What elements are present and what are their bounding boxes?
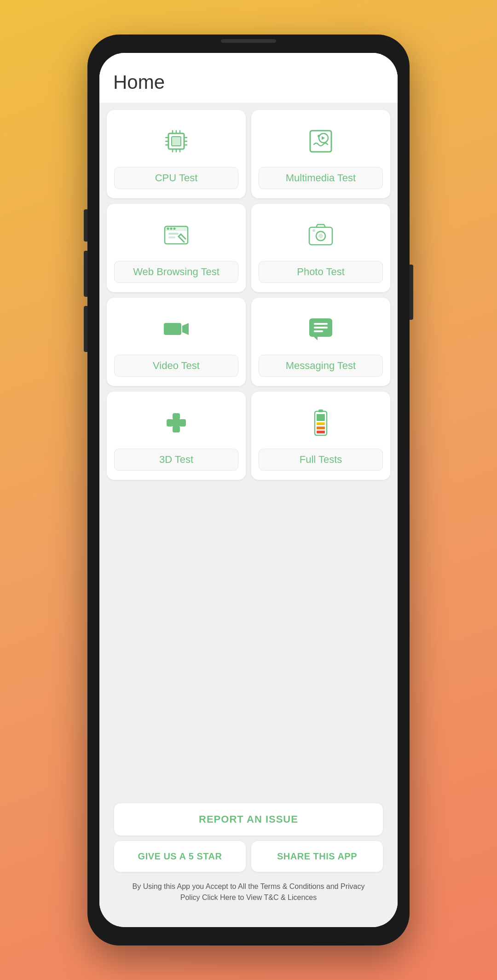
svg-rect-37 [173,419,180,427]
app-header: Home [99,53,398,103]
photo-test-label: Photo Test [297,266,345,277]
video-test-card[interactable]: Video Test [107,298,246,386]
svg-rect-33 [173,413,180,420]
cpu-test-label: CPU Test [155,172,198,184]
svg-rect-22 [168,233,179,235]
svg-rect-40 [317,431,325,433]
3d-test-card[interactable]: 3D Test [107,392,246,480]
web-browsing-test-card[interactable]: Web Browsing Test [107,204,246,292]
svg-rect-42 [317,422,325,425]
svg-rect-32 [314,330,323,332]
cpu-test-label-box: CPU Test [114,167,238,189]
messaging-test-label: Messaging Test [286,360,356,371]
svg-rect-34 [173,426,180,432]
full-tests-label: Full Tests [300,454,342,465]
svg-point-26 [318,234,323,238]
cpu-icon [158,123,195,160]
spacer [107,485,390,799]
power-button[interactable] [84,306,87,352]
svg-rect-36 [179,419,186,427]
web-icon [158,217,195,254]
3d-test-label: 3D Test [159,454,193,465]
svg-rect-23 [168,236,175,238]
video-test-label-box: Video Test [114,355,238,377]
svg-rect-35 [167,419,173,427]
cpu-test-card[interactable]: CPU Test [107,110,246,198]
3d-test-label-box: 3D Test [114,449,238,471]
svg-rect-28 [164,323,181,335]
video-icon [158,311,195,347]
full-tests-icon [302,404,339,441]
page-title: Home [113,71,165,93]
3d-icon [158,404,195,441]
multimedia-test-card[interactable]: Multimedia Test [251,110,390,198]
multimedia-icon [302,123,339,160]
web-browsing-test-label-box: Web Browsing Test [114,261,238,283]
svg-rect-30 [314,323,328,325]
photo-test-label-box: Photo Test [259,261,383,283]
bottom-row: GIVE US A 5 STAR SHARE THIS APP [114,841,383,872]
messaging-icon [302,311,339,347]
svg-rect-1 [172,137,181,146]
photo-test-card[interactable]: Photo Test [251,204,390,292]
svg-point-21 [173,228,176,230]
multimedia-test-label: Multimedia Test [286,172,356,184]
svg-rect-39 [318,409,323,412]
video-test-label: Video Test [153,360,200,371]
svg-rect-31 [314,327,328,329]
phone-frame: Home [87,35,410,945]
terms-text[interactable]: By Using this App you Accept to All the … [114,877,383,912]
share-app-button[interactable]: SHARE THIS APP [251,841,383,872]
scroll-area: CPU Test [99,103,398,927]
volume-down-button[interactable] [84,251,87,297]
bottom-area: REPORT AN ISSUE GIVE US A 5 STAR SHARE T… [107,799,390,920]
test-grid: CPU Test [107,110,390,480]
messaging-test-label-box: Messaging Test [259,355,383,377]
svg-rect-43 [317,414,325,421]
full-tests-label-box: Full Tests [259,449,383,471]
messaging-test-card[interactable]: Messaging Test [251,298,390,386]
app-content: Home [99,53,398,927]
svg-point-19 [167,228,169,230]
full-tests-card[interactable]: Full Tests [251,392,390,480]
volume-up-button[interactable] [84,209,87,242]
photo-icon [302,217,339,254]
svg-point-27 [312,229,315,232]
web-browsing-test-label: Web Browsing Test [133,266,220,277]
give-star-button[interactable]: GIVE US A 5 STAR [114,841,246,872]
svg-point-20 [170,228,173,230]
screen: Home [99,53,398,927]
svg-rect-41 [317,427,325,429]
multimedia-test-label-box: Multimedia Test [259,167,383,189]
report-issue-button[interactable]: REPORT AN ISSUE [114,803,383,836]
